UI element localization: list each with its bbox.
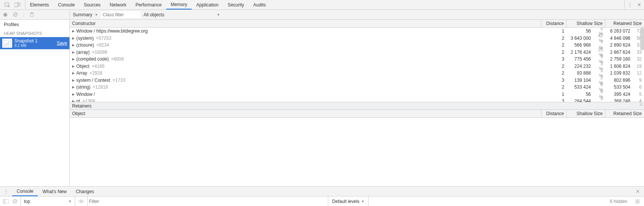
retained-percent: 9 bbox=[633, 78, 644, 83]
disclosure-triangle-icon[interactable]: ▶ bbox=[72, 99, 75, 102]
retained-value: 368 248 bbox=[605, 98, 633, 102]
heap-row[interactable]: ▶Array×2928293 8881 %1 039 83212 bbox=[70, 70, 644, 77]
heap-row[interactable]: ▶(compiled code)×80083775 4569 %2 759 16… bbox=[70, 56, 644, 63]
disclosure-triangle-icon[interactable]: ▶ bbox=[72, 78, 75, 82]
disclosure-triangle-icon[interactable]: ▶ bbox=[72, 71, 75, 75]
settings-gear-icon[interactable] bbox=[631, 199, 644, 204]
disclosure-triangle-icon[interactable]: ▶ bbox=[72, 43, 75, 47]
context-selector[interactable]: top bbox=[24, 199, 30, 204]
heap-row[interactable]: ▶(array)×1609822 176 42425 %2 867 62433 bbox=[70, 49, 644, 56]
disclosure-triangle-icon[interactable]: ▶ bbox=[72, 57, 75, 61]
close-drawer-icon[interactable]: × bbox=[631, 188, 644, 195]
clear-icon[interactable] bbox=[13, 12, 18, 17]
svg-rect-2 bbox=[18, 2, 20, 6]
drawer-tab-console[interactable]: Console bbox=[12, 187, 38, 196]
heap-row[interactable]: ▶Window /1560 %395 4245 bbox=[70, 91, 644, 98]
distance-value: 1 bbox=[542, 92, 567, 97]
tab-security[interactable]: Security bbox=[223, 0, 249, 9]
disclosure-triangle-icon[interactable]: ▶ bbox=[72, 64, 75, 68]
retained-value: 2 890 624 bbox=[605, 42, 633, 48]
constructor-name: (system) bbox=[76, 36, 94, 41]
chevron-down-icon: ▼ bbox=[94, 13, 98, 17]
disclosure-triangle-icon[interactable]: ▶ bbox=[72, 92, 75, 96]
constructor-name: Object bbox=[76, 64, 90, 69]
heap-row[interactable]: ▶(closure)×92342566 9687 %2 890 62433 bbox=[70, 42, 644, 49]
tab-performance[interactable]: Performance bbox=[131, 0, 166, 9]
class-filter-input[interactable] bbox=[101, 11, 140, 18]
instance-count: ×9234 bbox=[96, 42, 109, 48]
console-sidebar-toggle-icon[interactable] bbox=[3, 199, 9, 204]
snapshot-save-link[interactable]: Save bbox=[57, 41, 67, 46]
heap-row[interactable]: ▶nt×13683284 5443 %368 2484 bbox=[70, 98, 644, 102]
tab-application[interactable]: Application bbox=[192, 0, 223, 9]
constructor-name: Array bbox=[76, 70, 87, 76]
heap-row[interactable]: ▶system / Context×17333139 1042 %802 696… bbox=[70, 77, 644, 84]
instance-count: ×1733 bbox=[112, 78, 125, 83]
device-toggle-icon[interactable] bbox=[14, 2, 20, 8]
heap-row[interactable]: ▶(string)×128182533 4246 %533 5046 bbox=[70, 84, 644, 91]
constructor-name: (closure) bbox=[76, 42, 94, 48]
tab-network[interactable]: Network bbox=[105, 0, 131, 9]
shallow-value: 3 643 000 bbox=[567, 36, 593, 41]
svg-line-13 bbox=[14, 200, 16, 203]
chevron-down-icon[interactable]: ▼ bbox=[217, 13, 220, 17]
svg-rect-1 bbox=[14, 3, 18, 7]
shallow-value: 775 456 bbox=[567, 56, 593, 62]
heap-row[interactable]: ▶Window / https://www.bitdegree.org1560 … bbox=[70, 28, 644, 35]
distance-value: 2 bbox=[542, 64, 567, 69]
tab-audits[interactable]: Audits bbox=[249, 0, 270, 9]
heap-snapshots-heading: HEAP SNAPSHOTS bbox=[0, 30, 69, 37]
resize-grip-icon[interactable]: ≡ bbox=[639, 101, 642, 108]
clear-console-icon[interactable] bbox=[13, 199, 17, 204]
constructor-name: (array) bbox=[76, 50, 90, 55]
drawer-tab-changes[interactable]: Changes bbox=[71, 187, 99, 196]
shallow-value: 93 888 bbox=[567, 70, 593, 76]
distance-value: 2 bbox=[542, 84, 567, 90]
shallow-value: 533 424 bbox=[567, 84, 593, 90]
console-filter-input[interactable] bbox=[88, 197, 329, 206]
log-levels-dropdown[interactable]: Default levels▼ bbox=[328, 197, 368, 206]
distance-value: 3 bbox=[542, 56, 567, 62]
tab-sources[interactable]: Sources bbox=[79, 0, 105, 9]
col-shallow[interactable]: Shallow Size bbox=[567, 110, 605, 117]
svg-line-22 bbox=[636, 203, 636, 203]
distance-value: 2 bbox=[542, 36, 567, 41]
drawer-kebab-icon[interactable]: ⋮ bbox=[0, 189, 12, 194]
col-constructor[interactable]: Constructor bbox=[70, 20, 542, 27]
heap-row[interactable]: ▶Object×41662224 2323 %1 606 82419 bbox=[70, 63, 644, 70]
svg-line-5 bbox=[14, 13, 17, 16]
tab-console[interactable]: Console bbox=[54, 0, 79, 9]
trash-icon[interactable] bbox=[30, 12, 34, 17]
col-distance[interactable]: Distance bbox=[542, 20, 567, 27]
inspect-icon[interactable] bbox=[5, 2, 10, 8]
drawer-tab-what-s-new[interactable]: What's New bbox=[38, 187, 71, 196]
heap-row[interactable]: ▶(system)×5725323 643 00042 %4 846 09656 bbox=[70, 35, 644, 42]
col-retained[interactable]: Retained Size bbox=[605, 110, 644, 117]
col-shallow[interactable]: Shallow Size bbox=[567, 20, 605, 27]
disclosure-triangle-icon[interactable]: ▶ bbox=[72, 29, 75, 33]
col-distance[interactable]: Distance bbox=[542, 110, 567, 117]
kebab-icon[interactable]: ⋮ bbox=[628, 2, 632, 8]
disclosure-triangle-icon[interactable]: ▶ bbox=[72, 50, 75, 54]
distance-value: 2 bbox=[542, 42, 567, 48]
col-retained[interactable]: Retained Size bbox=[605, 20, 644, 27]
tab-elements[interactable]: Elements bbox=[25, 0, 54, 9]
tab-memory[interactable]: Memory bbox=[166, 0, 192, 9]
shallow-value: 566 968 bbox=[567, 42, 593, 48]
hidden-messages[interactable]: 6 hidden bbox=[606, 199, 631, 204]
constructor-name: system / Context bbox=[76, 78, 110, 83]
svg-line-23 bbox=[639, 200, 639, 200]
view-dropdown[interactable]: Summary▼ bbox=[73, 12, 98, 17]
view-dropdown-label: Summary bbox=[73, 12, 92, 17]
record-icon[interactable] bbox=[3, 12, 8, 17]
shallow-value: 284 544 bbox=[567, 98, 593, 102]
close-devtools-icon[interactable]: × bbox=[638, 2, 641, 8]
retained-value: 395 424 bbox=[605, 92, 633, 97]
scrollbar-thumb[interactable] bbox=[640, 28, 644, 50]
snapshot-item[interactable]: Snapshot 1 8.2 MB Save bbox=[0, 37, 69, 49]
objects-dropdown[interactable]: All objects bbox=[143, 12, 164, 17]
disclosure-triangle-icon[interactable]: ▶ bbox=[72, 36, 75, 40]
disclosure-triangle-icon[interactable]: ▶ bbox=[72, 85, 75, 89]
eye-icon[interactable] bbox=[78, 199, 84, 203]
col-object[interactable]: Object bbox=[70, 110, 542, 117]
